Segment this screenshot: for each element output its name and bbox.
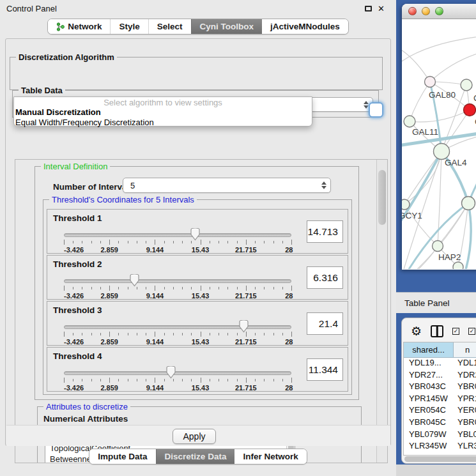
threshold-slider[interactable]: -3.4262.8599.14415.4321.71528 bbox=[64, 321, 291, 344]
table-row[interactable]: YBL079WYBL0 bbox=[404, 429, 476, 441]
network-svg[interactable]: GAL80GCGAL11GAL4GCY1HHAP2 bbox=[402, 19, 476, 269]
network-node[interactable] bbox=[404, 116, 415, 127]
tab-impute-data[interactable]: Impute Data bbox=[89, 449, 155, 464]
slider-track[interactable] bbox=[64, 371, 291, 375]
close-traffic-light[interactable] bbox=[408, 7, 417, 15]
table-row[interactable]: YDL19...YDL1 bbox=[404, 358, 476, 370]
network-window-titlebar[interactable] bbox=[402, 4, 476, 19]
network-node[interactable] bbox=[425, 77, 436, 88]
tab-select[interactable]: Select bbox=[148, 19, 191, 34]
network-edge[interactable] bbox=[410, 82, 430, 121]
tab-pill: Impute Data Discretize Data Infer Networ… bbox=[89, 449, 307, 464]
slider-track[interactable] bbox=[64, 233, 291, 237]
threshold-value-field[interactable]: 14.713 bbox=[307, 220, 343, 243]
network-edge[interactable] bbox=[430, 50, 476, 82]
table-row[interactable]: YBR045CYBR0 bbox=[404, 417, 476, 429]
tab-style[interactable]: Style bbox=[110, 19, 148, 34]
table-row[interactable]: YPR145WYPR1 bbox=[404, 394, 476, 406]
slider-track[interactable] bbox=[64, 279, 291, 283]
network-node[interactable] bbox=[462, 197, 475, 210]
table-row[interactable]: YIL052CYIL0 bbox=[404, 453, 476, 456]
gear-icon[interactable]: ⚙ bbox=[411, 325, 422, 337]
table-row[interactable]: YLR345WYLR3 bbox=[404, 441, 476, 453]
tab-label: Select bbox=[157, 22, 183, 31]
threshold-panel: Threshold 1 -3.4262.8599.14415.4321.7152… bbox=[47, 209, 348, 254]
threshold-slider[interactable]: -3.4262.8599.14415.4321.71528 bbox=[64, 275, 291, 298]
tab-label: Style bbox=[119, 22, 139, 31]
tab-label: Network bbox=[68, 22, 102, 31]
numerical-attributes-heading: Numerical Attributes bbox=[43, 414, 128, 424]
close-icon[interactable]: ✕ bbox=[378, 4, 385, 13]
table-row[interactable]: YBR043CYBR0 bbox=[404, 381, 476, 394]
table-row[interactable]: YDR27...YDR2 bbox=[404, 370, 476, 382]
threshold-value-field[interactable]: 6.316 bbox=[307, 266, 343, 289]
checkbox-icon[interactable]: ✓ bbox=[452, 328, 459, 335]
network-node[interactable] bbox=[402, 199, 410, 210]
discretization-algorithm-group: Discretization Algorithm bbox=[10, 57, 383, 90]
network-view-window: GAL80GCGAL11GAL4GCY1HHAP2 bbox=[402, 4, 476, 270]
combo-value: 5 bbox=[123, 181, 318, 190]
slider-scale-labels: -3.4262.8599.14415.4321.71528 bbox=[64, 384, 291, 392]
table-panel-titlebar: Table Panel bbox=[396, 292, 476, 313]
slider-thumb[interactable] bbox=[165, 365, 177, 379]
tab-label: Impute Data bbox=[98, 452, 147, 461]
tab-jactivemnodules[interactable]: jActiveMNodules bbox=[262, 19, 348, 34]
node-label: G bbox=[473, 93, 476, 103]
tab-infer-network[interactable]: Infer Network bbox=[234, 449, 306, 464]
split-columns-icon[interactable] bbox=[431, 325, 443, 337]
threshold-panel: Threshold 2 -3.4262.8599.14415.4321.7152… bbox=[47, 255, 348, 300]
number-of-intervals-label: Number of Intervals bbox=[53, 182, 134, 192]
network-node[interactable] bbox=[433, 241, 443, 252]
popup-option-manual-discretization[interactable]: Manual Discretization bbox=[14, 107, 312, 118]
threshold-panel: Threshold 3 -3.4262.8599.14415.4321.7152… bbox=[47, 301, 348, 346]
network-node[interactable] bbox=[453, 262, 463, 269]
slider-track[interactable] bbox=[64, 325, 291, 329]
network-node[interactable] bbox=[461, 79, 472, 91]
threshold-label: Threshold 3 bbox=[53, 305, 102, 315]
network-node[interactable] bbox=[464, 104, 476, 116]
column-header-shared-name[interactable]: shared... bbox=[404, 342, 454, 358]
cyni-toolbox-panel: Discretization Algorithm Table Data galF… bbox=[5, 38, 391, 446]
network-node[interactable] bbox=[434, 144, 450, 160]
scrollbar-thumb[interactable] bbox=[404, 456, 476, 462]
table-row[interactable]: YER054CYER0 bbox=[404, 405, 476, 417]
popup-option-equal-width[interactable]: Equal Width/Frequency Discretization bbox=[14, 118, 312, 128]
threshold-slider[interactable]: -3.4262.8599.14415.4321.71528 bbox=[64, 367, 291, 390]
slider-thumb[interactable] bbox=[189, 227, 201, 241]
tab-discretize-data[interactable]: Discretize Data bbox=[156, 449, 235, 464]
column-header-name[interactable]: n bbox=[454, 342, 476, 358]
scrollbar-thumb[interactable] bbox=[378, 170, 386, 225]
tab-label: Discretize Data bbox=[165, 452, 227, 461]
panel-footer-strip bbox=[396, 464, 476, 476]
interval-definition-group: Interval Definition Number of Intervals … bbox=[35, 166, 359, 400]
threshold-slider[interactable]: -3.4262.8599.14415.4321.71528 bbox=[64, 229, 291, 252]
network-edge[interactable] bbox=[410, 110, 470, 122]
threshold-value-field[interactable]: 21.4 bbox=[307, 312, 343, 335]
node-table: shared... n YDL19...YDL1YDR27...YDR2YBR0… bbox=[403, 342, 476, 456]
zoom-traffic-light[interactable] bbox=[435, 7, 443, 15]
bottom-tab-bar: Impute Data Discretize Data Infer Networ… bbox=[0, 449, 396, 466]
number-of-intervals-combobox[interactable]: 5 bbox=[123, 178, 331, 193]
panel-scrollbar[interactable] bbox=[376, 160, 387, 463]
slider-scale-labels: -3.4262.8599.14415.4321.71528 bbox=[64, 338, 291, 346]
network-edge[interactable] bbox=[438, 151, 441, 246]
minimize-traffic-light[interactable] bbox=[422, 7, 430, 15]
tab-cyni-toolbox[interactable]: Cyni Toolbox bbox=[191, 19, 263, 34]
node-label: GAL80 bbox=[429, 90, 456, 100]
slider-thumb[interactable] bbox=[128, 273, 141, 287]
algorithm-combobox-focused[interactable] bbox=[369, 102, 383, 118]
apply-button[interactable]: Apply bbox=[173, 429, 216, 444]
table-horizontal-scrollbar[interactable] bbox=[403, 456, 476, 463]
apply-strip: Apply bbox=[6, 425, 390, 446]
network-canvas[interactable]: GAL80GCGAL11GAL4GCY1HHAP2 bbox=[402, 19, 476, 269]
node-table-body: YDL19...YDL1YDR27...YDR2YBR043CYBR0YPR14… bbox=[404, 358, 476, 456]
tab-network[interactable]: Network bbox=[48, 19, 110, 34]
algorithm-dropdown-popup: Select algorithm to view settings Manual… bbox=[13, 96, 312, 127]
threshold-value-field[interactable]: 11.344 bbox=[307, 358, 343, 381]
float-window-icon[interactable] bbox=[365, 6, 372, 12]
slider-ticks bbox=[64, 240, 291, 245]
checkbox-icon[interactable]: ✓ bbox=[468, 328, 475, 335]
slider-thumb[interactable] bbox=[238, 319, 250, 333]
threshold-label: Threshold 4 bbox=[53, 351, 102, 361]
network-edge-highlighted[interactable] bbox=[466, 203, 471, 269]
